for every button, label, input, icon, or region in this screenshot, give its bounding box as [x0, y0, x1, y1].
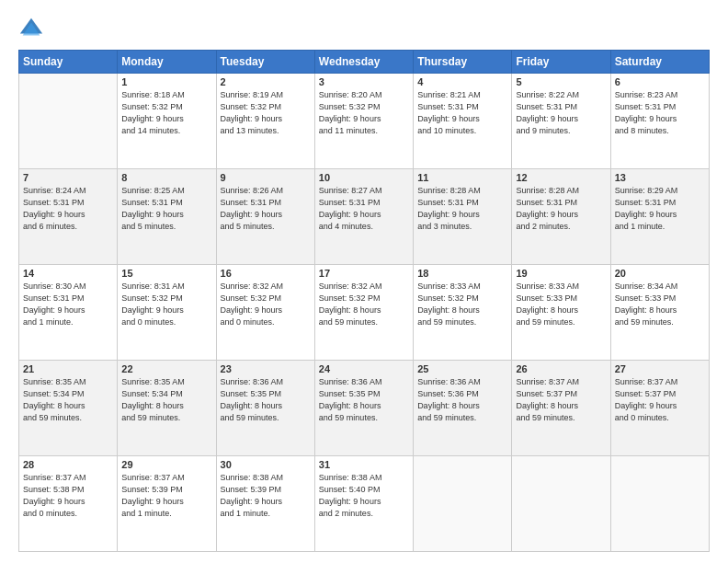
- calendar-cell: 13Sunrise: 8:29 AMSunset: 5:31 PMDayligh…: [610, 169, 709, 265]
- calendar-week-row: 28Sunrise: 8:37 AMSunset: 5:38 PMDayligh…: [19, 456, 710, 552]
- day-number: 18: [417, 268, 507, 279]
- calendar-cell: 23Sunrise: 8:36 AMSunset: 5:35 PMDayligh…: [216, 361, 314, 456]
- day-number: 10: [319, 172, 409, 183]
- calendar-cell: 21Sunrise: 8:35 AMSunset: 5:34 PMDayligh…: [19, 361, 118, 456]
- calendar-cell: 8Sunrise: 8:25 AMSunset: 5:31 PMDaylight…: [118, 169, 216, 265]
- weekday-header-tuesday: Tuesday: [216, 51, 314, 74]
- calendar-week-row: 7Sunrise: 8:24 AMSunset: 5:31 PMDaylight…: [19, 169, 710, 265]
- cell-info: Sunrise: 8:35 AMSunset: 5:34 PMDaylight:…: [121, 376, 211, 424]
- day-number: 11: [417, 172, 507, 183]
- cell-info: Sunrise: 8:36 AMSunset: 5:36 PMDaylight:…: [417, 376, 507, 424]
- calendar-cell: 2Sunrise: 8:19 AMSunset: 5:32 PMDaylight…: [216, 74, 314, 169]
- cell-info: Sunrise: 8:29 AMSunset: 5:31 PMDaylight:…: [615, 185, 705, 233]
- cell-info: Sunrise: 8:21 AMSunset: 5:31 PMDaylight:…: [417, 89, 507, 137]
- calendar-cell: 15Sunrise: 8:31 AMSunset: 5:32 PMDayligh…: [118, 265, 216, 361]
- calendar-cell: 16Sunrise: 8:32 AMSunset: 5:32 PMDayligh…: [216, 265, 314, 361]
- cell-info: Sunrise: 8:37 AMSunset: 5:38 PMDaylight:…: [23, 472, 113, 520]
- weekday-header-saturday: Saturday: [610, 51, 709, 74]
- calendar-cell: 1Sunrise: 8:18 AMSunset: 5:32 PMDaylight…: [118, 74, 216, 169]
- day-number: 6: [615, 76, 705, 87]
- calendar-cell: 29Sunrise: 8:37 AMSunset: 5:39 PMDayligh…: [118, 456, 216, 552]
- calendar-cell: 11Sunrise: 8:28 AMSunset: 5:31 PMDayligh…: [414, 169, 512, 265]
- calendar-cell: 18Sunrise: 8:33 AMSunset: 5:32 PMDayligh…: [414, 265, 512, 361]
- calendar-cell: 28Sunrise: 8:37 AMSunset: 5:38 PMDayligh…: [19, 456, 118, 552]
- day-number: 9: [221, 172, 311, 183]
- cell-info: Sunrise: 8:32 AMSunset: 5:32 PMDaylight:…: [319, 281, 409, 328]
- cell-info: Sunrise: 8:38 AMSunset: 5:40 PMDaylight:…: [319, 472, 409, 520]
- cell-info: Sunrise: 8:28 AMSunset: 5:31 PMDaylight:…: [516, 185, 606, 233]
- day-number: 30: [221, 459, 311, 470]
- calendar-week-row: 21Sunrise: 8:35 AMSunset: 5:34 PMDayligh…: [19, 361, 710, 456]
- day-number: 23: [221, 363, 311, 374]
- day-number: 16: [221, 268, 311, 279]
- day-number: 7: [23, 172, 113, 183]
- calendar-cell: [414, 456, 512, 552]
- day-number: 27: [615, 363, 705, 374]
- day-number: 20: [615, 268, 705, 279]
- day-number: 28: [23, 459, 113, 470]
- day-number: 24: [319, 363, 409, 374]
- calendar-cell: 12Sunrise: 8:28 AMSunset: 5:31 PMDayligh…: [512, 169, 610, 265]
- cell-info: Sunrise: 8:33 AMSunset: 5:32 PMDaylight:…: [417, 281, 507, 328]
- cell-info: Sunrise: 8:37 AMSunset: 5:39 PMDaylight:…: [121, 472, 211, 520]
- header: [18, 15, 710, 40]
- calendar-week-row: 14Sunrise: 8:30 AMSunset: 5:31 PMDayligh…: [19, 265, 710, 361]
- day-number: 17: [319, 268, 409, 279]
- day-number: 5: [516, 76, 606, 87]
- day-number: 1: [121, 76, 211, 87]
- cell-info: Sunrise: 8:34 AMSunset: 5:33 PMDaylight:…: [615, 281, 705, 328]
- cell-info: Sunrise: 8:25 AMSunset: 5:31 PMDaylight:…: [121, 185, 211, 233]
- weekday-header-friday: Friday: [512, 51, 610, 74]
- calendar-cell: 26Sunrise: 8:37 AMSunset: 5:37 PMDayligh…: [512, 361, 610, 456]
- day-number: 21: [23, 363, 113, 374]
- cell-info: Sunrise: 8:23 AMSunset: 5:31 PMDaylight:…: [615, 89, 705, 137]
- day-number: 29: [121, 459, 211, 470]
- day-number: 31: [319, 459, 409, 470]
- day-number: 8: [121, 172, 211, 183]
- calendar-week-row: 1Sunrise: 8:18 AMSunset: 5:32 PMDaylight…: [19, 74, 710, 169]
- cell-info: Sunrise: 8:26 AMSunset: 5:31 PMDaylight:…: [221, 185, 311, 233]
- day-number: 3: [319, 76, 409, 87]
- calendar-cell: 4Sunrise: 8:21 AMSunset: 5:31 PMDaylight…: [414, 74, 512, 169]
- cell-info: Sunrise: 8:28 AMSunset: 5:31 PMDaylight:…: [417, 185, 507, 233]
- weekday-header-monday: Monday: [118, 51, 216, 74]
- day-number: 25: [417, 363, 507, 374]
- calendar-cell: 19Sunrise: 8:33 AMSunset: 5:33 PMDayligh…: [512, 265, 610, 361]
- cell-info: Sunrise: 8:19 AMSunset: 5:32 PMDaylight:…: [221, 89, 311, 137]
- cell-info: Sunrise: 8:18 AMSunset: 5:32 PMDaylight:…: [121, 89, 211, 137]
- day-number: 15: [121, 268, 211, 279]
- cell-info: Sunrise: 8:24 AMSunset: 5:31 PMDaylight:…: [23, 185, 113, 233]
- day-number: 14: [23, 268, 113, 279]
- cell-info: Sunrise: 8:27 AMSunset: 5:31 PMDaylight:…: [319, 185, 409, 233]
- cell-info: Sunrise: 8:38 AMSunset: 5:39 PMDaylight:…: [221, 472, 311, 520]
- day-number: 13: [615, 172, 705, 183]
- day-number: 12: [516, 172, 606, 183]
- day-number: 2: [221, 76, 311, 87]
- cell-info: Sunrise: 8:30 AMSunset: 5:31 PMDaylight:…: [23, 281, 113, 328]
- calendar-cell: 5Sunrise: 8:22 AMSunset: 5:31 PMDaylight…: [512, 74, 610, 169]
- calendar-cell: [19, 74, 118, 169]
- cell-info: Sunrise: 8:22 AMSunset: 5:31 PMDaylight:…: [516, 89, 606, 137]
- calendar-cell: 24Sunrise: 8:36 AMSunset: 5:35 PMDayligh…: [314, 361, 413, 456]
- calendar-cell: 14Sunrise: 8:30 AMSunset: 5:31 PMDayligh…: [19, 265, 118, 361]
- cell-info: Sunrise: 8:33 AMSunset: 5:33 PMDaylight:…: [516, 281, 606, 328]
- calendar-cell: 27Sunrise: 8:37 AMSunset: 5:37 PMDayligh…: [610, 361, 709, 456]
- day-number: 19: [516, 268, 606, 279]
- day-number: 22: [121, 363, 211, 374]
- logo: [18, 15, 50, 40]
- cell-info: Sunrise: 8:35 AMSunset: 5:34 PMDaylight:…: [23, 376, 113, 424]
- calendar-cell: 25Sunrise: 8:36 AMSunset: 5:36 PMDayligh…: [414, 361, 512, 456]
- weekday-header-sunday: Sunday: [19, 51, 118, 74]
- day-number: 4: [417, 76, 507, 87]
- calendar-cell: 9Sunrise: 8:26 AMSunset: 5:31 PMDaylight…: [216, 169, 314, 265]
- page: SundayMondayTuesdayWednesdayThursdayFrid…: [0, 0, 728, 563]
- cell-info: Sunrise: 8:31 AMSunset: 5:32 PMDaylight:…: [121, 281, 211, 328]
- weekday-header-thursday: Thursday: [414, 51, 512, 74]
- calendar-cell: 6Sunrise: 8:23 AMSunset: 5:31 PMDaylight…: [610, 74, 709, 169]
- calendar-cell: 10Sunrise: 8:27 AMSunset: 5:31 PMDayligh…: [314, 169, 413, 265]
- day-number: 26: [516, 363, 606, 374]
- weekday-header-wednesday: Wednesday: [314, 51, 413, 74]
- cell-info: Sunrise: 8:36 AMSunset: 5:35 PMDaylight:…: [319, 376, 409, 424]
- cell-info: Sunrise: 8:36 AMSunset: 5:35 PMDaylight:…: [221, 376, 311, 424]
- calendar-cell: [512, 456, 610, 552]
